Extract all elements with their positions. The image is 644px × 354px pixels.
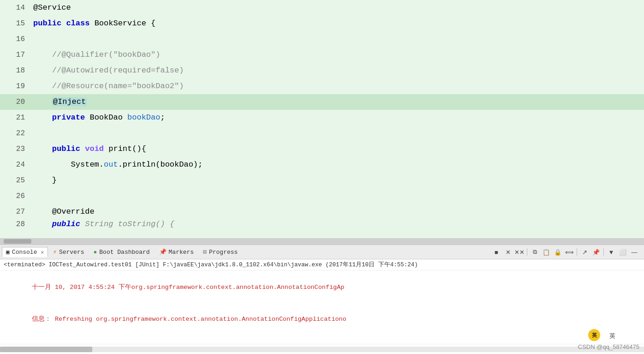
copy-button[interactable]: ⧉: [530, 247, 540, 257]
horizontal-scrollbar[interactable]: [0, 238, 644, 245]
console-panel: ▣ Console ✕ ⚡ Servers ● Boot Dashboard 📌…: [0, 245, 644, 354]
minimize-button[interactable]: —: [629, 247, 639, 257]
maximize-button[interactable]: ⬜: [618, 247, 628, 257]
console-output-line-3: 十一月 10, 2017 4:55:24 下午 org.springframew…: [2, 335, 642, 344]
console-output: 十一月 10, 2017 4:55:24 下午org.springframewo…: [0, 270, 644, 344]
console-tabs-bar: ▣ Console ✕ ⚡ Servers ● Boot Dashboard 📌…: [0, 245, 644, 259]
code-line-28: 28 public String toString() {: [0, 220, 644, 229]
console-output-line-2: 信息： Refreshing org.springframework.conte…: [2, 303, 642, 335]
code-editor: 14 @Service 15 public class BookService …: [0, 0, 644, 245]
tab-servers[interactable]: ⚡ Servers: [49, 247, 88, 257]
tab-markers[interactable]: 📌 Markers: [155, 247, 198, 257]
code-line-14: 14 @Service: [0, 0, 644, 16]
scroll-lock-button[interactable]: 🔒: [553, 247, 563, 257]
csdn-watermark: CSDN @qq_58746475: [578, 343, 639, 350]
ime-indicator[interactable]: 英: [588, 329, 600, 341]
code-line-15: 15 public class BookService {: [0, 16, 644, 31]
code-line-25: 25 }: [0, 173, 644, 188]
separator-2: [577, 248, 577, 256]
code-line-17: 17 //@Qualifier("bookDao"): [0, 47, 644, 63]
servers-icon: ⚡: [53, 248, 57, 256]
horizontal-scroll-track[interactable]: [0, 347, 644, 352]
code-line-23: 23 public void print(){: [0, 141, 644, 157]
console-bottom-scrollbar[interactable]: [0, 344, 644, 354]
separator-1: [527, 248, 527, 256]
console-header: <terminated> IOCTest_Autowired.test01 [J…: [0, 259, 644, 270]
language-switch[interactable]: 英: [609, 332, 615, 340]
code-line-26: 26: [0, 188, 644, 204]
code-line-20: 20 @Inject: [0, 94, 644, 110]
tab-boot-dashboard[interactable]: ● Boot Dashboard: [89, 247, 154, 257]
code-line-16: 16: [0, 31, 644, 47]
code-line-24: 24 System.out.println(bookDao);: [0, 157, 644, 173]
markers-icon: 📌: [159, 248, 167, 256]
remove-all-button[interactable]: ✕✕: [514, 247, 525, 257]
console-icon: ▣: [6, 248, 10, 256]
code-line-19: 19 //@Resource(name="bookDao2"): [0, 78, 644, 94]
terminate-button[interactable]: ✕: [503, 247, 513, 257]
view-menu-button[interactable]: ▼: [606, 247, 616, 257]
console-output-line-1: 十一月 10, 2017 4:55:24 下午org.springframewo…: [2, 271, 642, 303]
separator-3: [603, 248, 604, 256]
code-line-27: 27 @Override: [0, 204, 644, 220]
console-toolbar: ■ ✕ ✕✕ ⧉ 📋 🔒 ⟺ ↗ 📌 ▼ ⬜ —: [491, 247, 642, 257]
code-line-21: 21 private BookDao bookDao;: [0, 110, 644, 126]
tab-console[interactable]: ▣ Console ✕: [2, 247, 48, 257]
pin-button[interactable]: 📌: [591, 247, 601, 257]
horizontal-scroll-thumb[interactable]: [0, 347, 92, 352]
progress-icon: ⊡: [203, 248, 207, 256]
stop-button[interactable]: ■: [491, 247, 501, 257]
open-console-button[interactable]: ↗: [579, 247, 590, 257]
paste-button[interactable]: 📋: [541, 247, 551, 257]
close-console-icon[interactable]: ✕: [41, 249, 44, 255]
boot-dashboard-icon: ●: [94, 249, 97, 256]
code-line-22: 22: [0, 126, 644, 141]
tab-progress[interactable]: ⊡ Progress: [199, 247, 242, 257]
code-line-18: 18 //@Autowired(required=false): [0, 63, 644, 78]
word-wrap-button[interactable]: ⟺: [564, 247, 574, 257]
